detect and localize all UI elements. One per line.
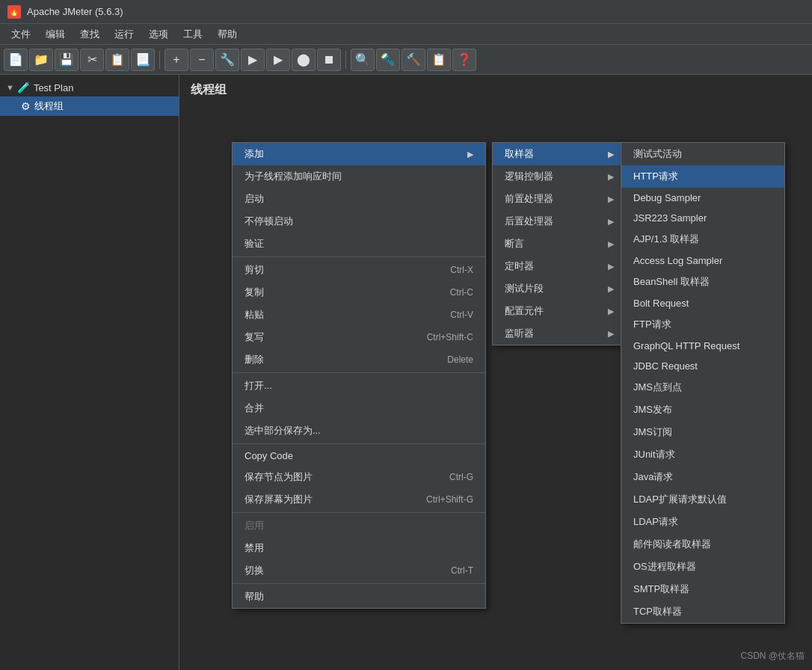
- ctx-shortcut-9: Ctrl+Shift-C: [427, 332, 473, 342]
- sub1-item-2[interactable]: 前置处理器▶: [493, 188, 626, 210]
- sub2-item-19[interactable]: OS进程取样器: [621, 556, 784, 578]
- menu-item-编辑[interactable]: 编辑: [38, 25, 73, 44]
- menu-item-查找[interactable]: 查找: [73, 25, 107, 44]
- sub2-item-21[interactable]: TCP取样器: [621, 600, 784, 623]
- ctx-separator-5: [233, 256, 485, 257]
- ctx-item-3[interactable]: 不停顿启动: [233, 210, 485, 233]
- sub2-item-10[interactable]: JDBC Request: [621, 356, 784, 376]
- ctx-item-label-22: 切换: [244, 564, 264, 577]
- sub2-item-label-18: 邮件阅读者取样器: [633, 538, 711, 551]
- sub2-item-13[interactable]: JMS订阅: [621, 421, 784, 443]
- sub1-item-3[interactable]: 后置处理器▶: [493, 210, 626, 233]
- toolbar-btn-c-3[interactable]: 📋: [427, 49, 451, 71]
- ctx-item-17[interactable]: 保存节点为图片Ctrl-G: [233, 466, 485, 488]
- ctx-item-7[interactable]: 复制Ctrl-C: [233, 281, 485, 304]
- testplan-label: Test Plan: [34, 82, 73, 93]
- ctx-item-1[interactable]: 为子线程添加响应时间: [233, 165, 485, 188]
- toolbar-btn-b-0[interactable]: +: [164, 49, 188, 71]
- ctx-item-0[interactable]: 添加▶: [233, 143, 485, 165]
- menu-item-帮助[interactable]: 帮助: [210, 25, 244, 44]
- toolbar-btn-5[interactable]: 📃: [131, 49, 155, 71]
- ctx-item-label-12: 打开...: [244, 379, 272, 393]
- sub2-item-7[interactable]: Bolt Request: [621, 293, 784, 313]
- ctx-item-22[interactable]: 切换Ctrl-T: [233, 559, 485, 582]
- sub2-item-label-6: BeanShell 取样器: [633, 275, 710, 289]
- watermark: CSDN @仗名猫: [740, 650, 805, 663]
- sub2-item-18[interactable]: 邮件阅读者取样器: [621, 533, 784, 556]
- ctx-item-20: 启用: [233, 514, 485, 537]
- sub2-item-17[interactable]: LDAP请求: [621, 511, 784, 533]
- ctx-item-21[interactable]: 禁用: [233, 537, 485, 559]
- ctx-item-16[interactable]: Copy Code: [233, 446, 485, 466]
- title-bar: 🔥 Apache JMeter (5.6.3): [0, 0, 812, 24]
- toolbar-btn-b-2[interactable]: 🔧: [215, 49, 239, 71]
- sub2-item-label-4: AJP/1.3 取样器: [633, 233, 699, 246]
- sub2-item-15[interactable]: Java请求: [621, 466, 784, 488]
- submenu-sampler[interactable]: 测试式活动HTTP请求Debug SamplerJSR223 SamplerAJ…: [621, 142, 785, 624]
- sub2-item-3[interactable]: JSR223 Sampler: [621, 208, 784, 228]
- sub1-item-5[interactable]: 定时器▶: [493, 255, 626, 277]
- sub2-item-14[interactable]: JUnit请求: [621, 443, 784, 466]
- sub1-item-8[interactable]: 监听器▶: [493, 322, 626, 345]
- toolbar-btn-c-0[interactable]: 🔍: [351, 49, 375, 71]
- threadgroup-label: 线程组: [34, 99, 64, 113]
- sub2-item-8[interactable]: FTP请求: [621, 313, 784, 336]
- sub2-item-5[interactable]: Access Log Sampler: [621, 251, 784, 271]
- sub1-arrow-4: ▶: [608, 239, 614, 249]
- submenu-add[interactable]: 取样器▶逻辑控制器▶前置处理器▶后置处理器▶断言▶定时器▶测试片段▶配置元件▶监…: [492, 142, 627, 345]
- sub1-item-6[interactable]: 测试片段▶: [493, 277, 626, 300]
- sub2-item-label-16: LDAP扩展请求默认值: [633, 493, 727, 506]
- sub1-item-4[interactable]: 断言▶: [493, 233, 626, 255]
- sub2-item-0[interactable]: 测试式活动: [621, 143, 784, 165]
- toolbar-btn-4[interactable]: 📋: [105, 49, 129, 71]
- toolbar-btn-3[interactable]: ✂: [80, 49, 104, 71]
- menu-item-文件[interactable]: 文件: [4, 25, 38, 44]
- toolbar-btn-0[interactable]: 📄: [4, 49, 28, 71]
- sub2-item-2[interactable]: Debug Sampler: [621, 188, 784, 208]
- toolbar-btn-b-4[interactable]: ▶: [266, 49, 290, 71]
- menu-item-选项[interactable]: 选项: [141, 25, 176, 44]
- sub1-item-7[interactable]: 配置元件▶: [493, 300, 626, 322]
- sub2-item-20[interactable]: SMTP取样器: [621, 578, 784, 600]
- ctx-item-2[interactable]: 启动: [233, 188, 485, 210]
- toolbar-btn-c-2[interactable]: 🔨: [402, 49, 425, 71]
- ctx-item-9[interactable]: 复写Ctrl+Shift-C: [233, 326, 485, 348]
- sub1-item-1[interactable]: 逻辑控制器▶: [493, 165, 626, 188]
- ctx-item-4[interactable]: 验证: [233, 233, 485, 255]
- testplan-icon: 🧪: [17, 82, 30, 93]
- sub2-item-4[interactable]: AJP/1.3 取样器: [621, 228, 784, 251]
- tree-item-testplan[interactable]: ▼ 🧪 Test Plan: [0, 79, 179, 96]
- ctx-item-12[interactable]: 打开...: [233, 375, 485, 397]
- ctx-item-label-10: 删除: [244, 353, 264, 366]
- toolbar-btn-c-1[interactable]: 🔦: [376, 49, 400, 71]
- app-title: Apache JMeter (5.6.3): [27, 6, 123, 17]
- sub1-item-0[interactable]: 取样器▶: [493, 143, 626, 165]
- ctx-item-8[interactable]: 粘贴Ctrl-V: [233, 304, 485, 326]
- ctx-item-24[interactable]: 帮助: [233, 586, 485, 608]
- toolbar-btn-b-5[interactable]: ⬤: [292, 49, 316, 71]
- sub1-item-label-5: 定时器: [505, 259, 534, 273]
- sub2-item-9[interactable]: GraphQL HTTP Request: [621, 336, 784, 356]
- ctx-item-6[interactable]: 剪切Ctrl-X: [233, 259, 485, 281]
- menu-item-工具[interactable]: 工具: [176, 25, 210, 44]
- ctx-item-14[interactable]: 选中部分保存为...: [233, 419, 485, 442]
- toolbar-btn-c-4[interactable]: ❓: [452, 49, 476, 71]
- toolbar-btn-1[interactable]: 📁: [29, 49, 53, 71]
- sub2-item-12[interactable]: JMS发布: [621, 399, 784, 421]
- ctx-item-13[interactable]: 合并: [233, 397, 485, 419]
- toolbar-btn-2[interactable]: 💾: [55, 49, 79, 71]
- context-menu-main[interactable]: 添加▶为子线程添加响应时间启动不停顿启动验证剪切Ctrl-X复制Ctrl-C粘贴…: [232, 142, 486, 609]
- toolbar-btn-b-6[interactable]: ⏹: [317, 49, 341, 71]
- sub2-item-label-5: Access Log Sampler: [633, 255, 722, 266]
- sub2-item-6[interactable]: BeanShell 取样器: [621, 271, 784, 293]
- ctx-item-label-7: 复制: [244, 286, 264, 299]
- toolbar-btn-b-3[interactable]: ▶: [241, 49, 265, 71]
- toolbar-btn-b-1[interactable]: −: [190, 49, 214, 71]
- menu-item-运行[interactable]: 运行: [107, 25, 141, 44]
- tree-item-threadgroup[interactable]: ⚙ 线程组: [0, 96, 179, 116]
- ctx-item-18[interactable]: 保存屏幕为图片Ctrl+Shift-G: [233, 488, 485, 511]
- sub2-item-11[interactable]: JMS点到点: [621, 376, 784, 399]
- sub2-item-16[interactable]: LDAP扩展请求默认值: [621, 488, 784, 511]
- sub2-item-1[interactable]: HTTP请求: [621, 165, 784, 188]
- ctx-item-10[interactable]: 删除Delete: [233, 348, 485, 371]
